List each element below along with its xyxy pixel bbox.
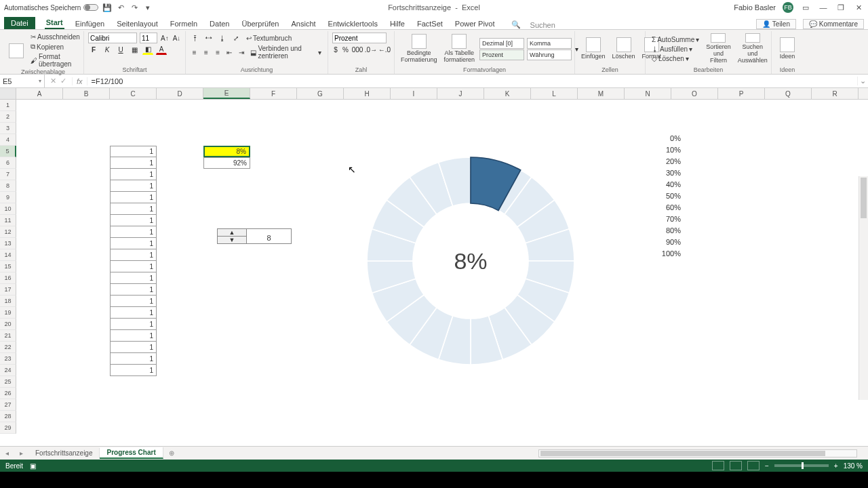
cell-style-1[interactable]: Dezimal [0]	[479, 38, 524, 49]
row-header-9[interactable]: 9	[0, 192, 16, 203]
zoom-out-icon[interactable]: −	[765, 462, 769, 470]
cell-c13[interactable]: 1	[110, 238, 157, 249]
col-header-L[interactable]: L	[531, 88, 578, 99]
tab-start[interactable]: Start	[45, 17, 64, 29]
redo-icon[interactable]: ↷	[130, 3, 139, 12]
cell-style-2[interactable]: Komma	[527, 38, 572, 49]
cell-c9[interactable]: 1	[110, 192, 157, 203]
percent-label-10[interactable]: 100%	[652, 249, 681, 258]
col-header-I[interactable]: I	[391, 88, 437, 99]
tab-developer[interactable]: Entwicklertools	[327, 18, 379, 29]
row-header-20[interactable]: 20	[0, 319, 16, 330]
wrap-text-button[interactable]: ↩ Textumbruch	[244, 34, 294, 43]
row-header-22[interactable]: 22	[0, 342, 16, 353]
row-header-25[interactable]: 25	[0, 376, 16, 388]
merge-center-button[interactable]: ⬓ Verbinden und zentrieren ▾	[248, 44, 323, 60]
percent-label-1[interactable]: 10%	[652, 146, 681, 154]
row-header-11[interactable]: 11	[0, 215, 16, 226]
row-header-2[interactable]: 2	[0, 111, 16, 123]
col-header-O[interactable]: O	[671, 88, 718, 99]
sheet-tab-1[interactable]: Progress Chart	[100, 447, 163, 459]
view-pagebreak-icon[interactable]	[747, 461, 760, 470]
toggle-icon[interactable]	[83, 4, 98, 11]
user-avatar[interactable]: FB	[783, 2, 793, 13]
cell-c14[interactable]: 1	[110, 249, 157, 261]
align-middle-icon[interactable]: ⭤	[203, 33, 214, 43]
comments-button[interactable]: 💬 Kommentare	[803, 19, 864, 29]
dec-decimal-icon[interactable]: ←.0	[379, 44, 390, 55]
tab-data[interactable]: Daten	[208, 18, 231, 29]
cell-c12[interactable]: 1	[110, 226, 157, 238]
tab-pagelayout[interactable]: Seitenlayout	[115, 18, 159, 29]
font-name-select[interactable]	[88, 33, 137, 43]
autosum-button[interactable]: Σ AutoSumme ▾	[650, 35, 701, 44]
tab-review[interactable]: Überprüfen	[240, 18, 280, 29]
zoom-in-icon[interactable]: +	[834, 462, 838, 470]
cell-c17[interactable]: 1	[110, 284, 157, 296]
row-header-13[interactable]: 13	[0, 238, 16, 249]
enter-formula-icon[interactable]: ✓	[60, 77, 66, 85]
col-header-Q[interactable]: Q	[765, 88, 812, 99]
search-icon[interactable]: 🔍	[511, 20, 521, 29]
maximize-icon[interactable]: ❐	[835, 3, 846, 12]
zoom-level[interactable]: 130 %	[844, 462, 863, 470]
minimize-icon[interactable]: —	[818, 3, 829, 12]
share-button[interactable]: 👤 Teilen	[756, 19, 796, 29]
cell-c8[interactable]: 1	[110, 180, 157, 192]
fill-color-button[interactable]: ◧	[142, 44, 153, 55]
cell-style-4[interactable]: Währung	[527, 49, 572, 60]
tab-powerpivot[interactable]: Power Pivot	[454, 18, 496, 29]
col-header-P[interactable]: P	[718, 88, 765, 99]
col-header-R[interactable]: R	[812, 88, 859, 99]
row-header-23[interactable]: 23	[0, 353, 16, 365]
col-header-N[interactable]: N	[625, 88, 671, 99]
row-header-28[interactable]: 28	[0, 411, 16, 422]
format-painter-button[interactable]: 🖌 Format übertragen	[28, 52, 82, 68]
col-header-J[interactable]: J	[437, 88, 484, 99]
sort-filter-button[interactable]: Sortieren und Filtern	[704, 33, 733, 65]
row-header-26[interactable]: 26	[0, 388, 16, 399]
accounting-icon[interactable]: $	[332, 44, 339, 55]
col-header-H[interactable]: H	[344, 88, 391, 99]
fx-icon[interactable]: fx	[72, 77, 87, 85]
percent-icon[interactable]: %	[342, 44, 349, 55]
col-header-B[interactable]: B	[63, 88, 110, 99]
percent-label-3[interactable]: 30%	[652, 169, 681, 177]
copy-button[interactable]: ⧉ Kopieren	[28, 42, 82, 52]
ideas-button[interactable]: Ideen	[776, 33, 799, 65]
grow-font-icon[interactable]: A↑	[160, 33, 170, 43]
cell-c24[interactable]: 1	[110, 365, 157, 376]
save-icon[interactable]: 💾	[102, 3, 112, 12]
tab-insert[interactable]: Einfügen	[74, 18, 106, 29]
cell-c18[interactable]: 1	[110, 296, 157, 307]
insert-cells-button[interactable]: Einfügen	[579, 33, 608, 65]
number-format-select[interactable]	[332, 33, 387, 43]
col-header-E[interactable]: E	[203, 88, 250, 99]
indent-inc-icon[interactable]: ⇥	[237, 47, 245, 58]
col-header-D[interactable]: D	[157, 88, 203, 99]
italic-button[interactable]: K	[102, 44, 113, 55]
cell-c6[interactable]: 1	[110, 157, 157, 169]
cut-button[interactable]: ✂ Ausschneiden	[28, 33, 82, 41]
formula-input[interactable]: =F12/100	[87, 77, 857, 85]
row-header-5[interactable]: 5	[0, 146, 16, 157]
cell-c5[interactable]: 1	[110, 146, 157, 157]
row-header-7[interactable]: 7	[0, 169, 16, 180]
row-header-16[interactable]: 16	[0, 272, 16, 284]
user-name[interactable]: Fabio Basler	[734, 3, 776, 12]
percent-label-8[interactable]: 80%	[652, 226, 681, 235]
col-header-C[interactable]: C	[110, 88, 157, 99]
conditional-formatting-button[interactable]: Bedingte Formatierung	[399, 33, 439, 65]
row-header-10[interactable]: 10	[0, 203, 16, 215]
col-header-K[interactable]: K	[484, 88, 531, 99]
add-sheet-icon[interactable]: ⊕	[163, 449, 180, 457]
percent-label-6[interactable]: 60%	[652, 203, 681, 211]
border-button[interactable]: ▦	[129, 44, 140, 55]
align-left-icon[interactable]: ≡	[190, 47, 199, 58]
cell-style-3[interactable]: Prozent	[479, 49, 524, 60]
percent-label-0[interactable]: 0%	[652, 134, 681, 142]
tab-factset[interactable]: FactSet	[416, 18, 444, 29]
expand-formula-icon[interactable]: ⌄	[857, 77, 868, 85]
sheet-nav-prev-icon[interactable]: ◂	[0, 449, 14, 457]
row-header-19[interactable]: 19	[0, 307, 16, 319]
